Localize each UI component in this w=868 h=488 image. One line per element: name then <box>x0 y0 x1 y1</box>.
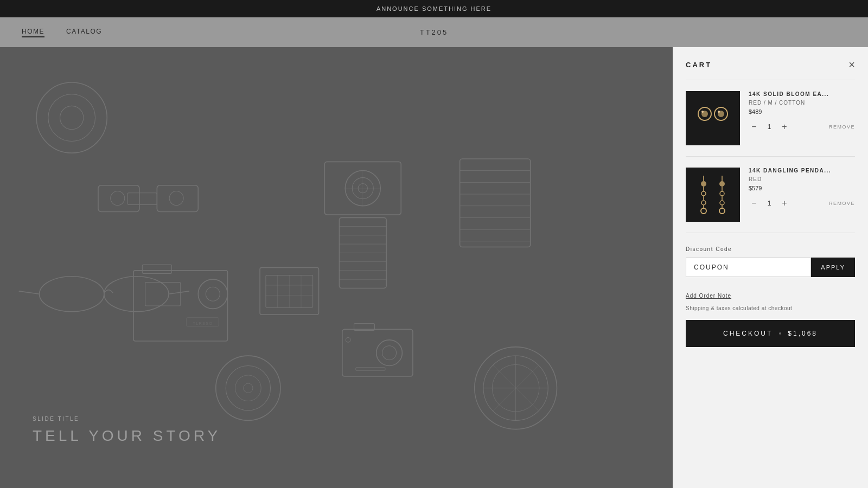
checkout-button[interactable]: CHECKOUT $1,068 <box>686 320 855 347</box>
cart-item-details-2: 14K DANGLING PENDA... RED $579 − 1 + REM… <box>749 168 855 209</box>
qty-increase-2[interactable]: + <box>779 198 790 209</box>
qty-value-1: 1 <box>765 123 774 131</box>
svg-point-59 <box>244 383 253 393</box>
discount-row: APPLY <box>686 258 855 277</box>
cart-item-image-2 <box>686 168 740 222</box>
cart-header: CART × <box>673 47 868 80</box>
svg-rect-3 <box>98 185 139 212</box>
checkout-separator <box>779 332 781 335</box>
cart-item-name-1: 14K SOLID BLOOM EA... <box>749 91 855 97</box>
cart-item-controls-2: − 1 + REMOVE <box>749 198 855 209</box>
svg-point-81 <box>719 181 725 187</box>
qty-value-2: 1 <box>765 200 774 207</box>
announcement-text: ANNOUNCE SOMETHING HERE <box>376 5 492 12</box>
svg-point-1 <box>48 94 95 142</box>
cart-item-2: 14K DANGLING PENDA... RED $579 − 1 + REM… <box>673 157 868 233</box>
svg-point-0 <box>36 82 107 153</box>
svg-point-75 <box>701 191 706 196</box>
cart-item-details-1: 14K SOLID BLOOM EA... RED / M / COTTON $… <box>749 91 855 132</box>
qty-increase-1[interactable]: + <box>779 121 790 132</box>
cart-panel: CART × 14K SOLID BLOOM EA... <box>673 47 868 488</box>
cart-item-name-2: 14K DANGLING PENDA... <box>749 168 855 174</box>
cart-item-variant-1: RED / M / COTTON <box>749 100 855 106</box>
cart-item-image-1 <box>686 91 740 145</box>
checkout-label: CHECKOUT <box>723 330 773 337</box>
svg-point-77 <box>701 201 706 205</box>
svg-rect-41 <box>460 159 531 247</box>
svg-point-2 <box>60 106 84 129</box>
cart-item: 14K SOLID BLOOM EA... RED / M / COTTON $… <box>673 80 868 156</box>
svg-rect-4 <box>157 185 198 212</box>
hero-section: TLRSSO <box>0 47 673 488</box>
main-content: TLRSSO <box>0 47 868 488</box>
site-logo: TT205 <box>420 28 449 36</box>
cart-close-button[interactable]: × <box>848 59 855 70</box>
nav-link-home[interactable]: HOME <box>22 28 44 37</box>
qty-decrease-1[interactable]: − <box>749 121 760 132</box>
navigation: HOME CATALOG TT205 <box>0 17 868 47</box>
svg-line-25 <box>19 291 40 294</box>
announcement-bar: ANNOUNCE SOMETHING HERE <box>0 0 868 17</box>
nav-link-catalog[interactable]: CATALOG <box>66 28 102 37</box>
svg-point-62 <box>376 340 403 366</box>
svg-point-71 <box>718 111 720 113</box>
svg-point-87 <box>719 208 725 214</box>
remove-item-1[interactable]: REMOVE <box>829 124 855 130</box>
discount-label: Discount Code <box>686 246 855 252</box>
cart-item-price-2: $579 <box>749 185 855 191</box>
svg-point-23 <box>104 277 169 312</box>
slide-title: SLIDE TITLE <box>33 416 221 422</box>
svg-point-63 <box>382 346 397 360</box>
svg-point-68 <box>701 111 704 113</box>
svg-rect-31 <box>145 282 181 306</box>
svg-point-6 <box>111 191 125 206</box>
svg-point-64 <box>346 337 350 342</box>
apply-discount-button[interactable]: APPLY <box>811 258 855 277</box>
svg-point-58 <box>235 375 261 401</box>
svg-point-30 <box>206 287 220 301</box>
svg-point-85 <box>720 201 724 205</box>
svg-rect-5 <box>127 193 157 205</box>
svg-point-22 <box>40 277 104 312</box>
hero-main-title: TELL YOUR STORY <box>33 427 221 445</box>
discount-input[interactable] <box>686 258 811 277</box>
checkout-total: $1,068 <box>788 330 818 337</box>
cart-title: CART <box>686 61 712 69</box>
svg-point-79 <box>701 208 706 214</box>
svg-line-26 <box>169 291 189 294</box>
svg-text:TLRSSO: TLRSSO <box>193 321 213 326</box>
svg-rect-28 <box>142 265 171 273</box>
quantity-control-1: − 1 + <box>749 121 790 132</box>
svg-rect-65 <box>356 368 385 370</box>
svg-point-29 <box>198 279 227 309</box>
order-note-section: Add Order Note <box>673 286 868 302</box>
svg-point-73 <box>701 181 706 187</box>
cart-item-price-1: $489 <box>749 108 855 115</box>
svg-point-83 <box>720 191 724 196</box>
shipping-note: Shipping & taxes calculated at checkout <box>673 302 868 320</box>
hero-text-block: SLIDE TITLE TELL YOUR STORY <box>33 416 221 445</box>
cart-item-variant-2: RED <box>749 176 855 182</box>
qty-decrease-2[interactable]: − <box>749 198 760 209</box>
discount-section: Discount Code APPLY <box>673 233 868 286</box>
quantity-control-2: − 1 + <box>749 198 790 209</box>
svg-point-57 <box>226 366 270 410</box>
nav-links: HOME CATALOG <box>22 28 102 37</box>
remove-item-2[interactable]: REMOVE <box>829 201 855 206</box>
cart-item-controls-1: − 1 + REMOVE <box>749 121 855 132</box>
svg-point-7 <box>169 191 183 206</box>
order-note-link[interactable]: Add Order Note <box>686 293 731 299</box>
